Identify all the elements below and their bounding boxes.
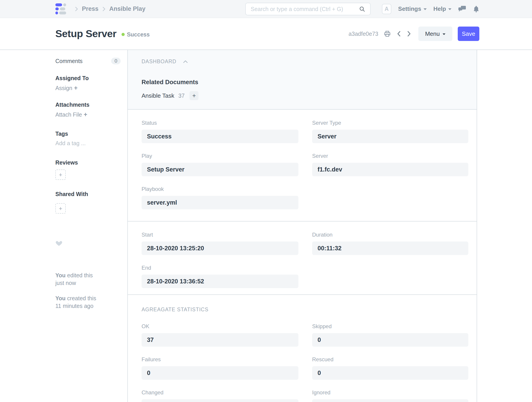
avatar[interactable]: A	[382, 4, 391, 14]
start-input[interactable]: 28-10-2020 13:25:20	[142, 242, 298, 255]
plus-icon: +	[192, 92, 196, 99]
add-review-button[interactable]: +	[55, 170, 66, 180]
field-label: End	[142, 264, 298, 271]
field-play: Play Setup Server	[142, 153, 298, 176]
play-input[interactable]: Setup Server	[142, 163, 298, 176]
chevron-down-icon	[443, 33, 446, 35]
aggregate-statistics-heading: AGREAGATE STATISTICS	[142, 306, 469, 313]
field-changed: Changed 37	[142, 389, 298, 402]
print-icon[interactable]	[384, 30, 391, 37]
chevron-right-icon	[74, 6, 79, 12]
chevron-down-icon	[448, 8, 451, 10]
status-label: Success	[127, 31, 150, 38]
comments-link[interactable]: Comments	[55, 58, 82, 64]
breadcrumb-item-press[interactable]: Press	[82, 5, 99, 12]
field-label: Status	[142, 120, 298, 126]
app-logo-icon[interactable]	[55, 3, 67, 14]
add-tag-input[interactable]: Add a tag ...	[55, 140, 121, 147]
server-input[interactable]: f1.fc.dev	[312, 163, 468, 176]
form-sidebar: Comments 0 Assigned To Assign+ Attachmen…	[0, 50, 127, 402]
comments-count-badge: 0	[111, 58, 121, 64]
chevron-right-icon	[102, 6, 106, 12]
shared-with-heading: Shared With	[55, 191, 121, 198]
status-dot-icon	[121, 33, 125, 36]
reviews-heading: Reviews	[55, 159, 121, 166]
details-section: Status Success Server Type Server Play S…	[128, 110, 477, 222]
assign-label: Assign	[55, 85, 72, 91]
server-type-input[interactable]: Server	[312, 130, 468, 143]
ok-input[interactable]: 37	[142, 333, 298, 347]
field-ignored: Ignored 0	[312, 389, 468, 402]
tags-heading: Tags	[55, 130, 121, 137]
ansible-task-count: 37	[178, 93, 185, 99]
dashboard-section-label: DASHBOARD	[142, 58, 177, 65]
save-button-label: Save	[462, 30, 475, 37]
timing-section: Start 28-10-2020 13:25:20 Duration 00:11…	[128, 222, 477, 295]
plus-icon: +	[84, 111, 87, 118]
menu-button[interactable]: Menu	[418, 26, 452, 41]
add-share-button[interactable]: +	[55, 203, 66, 214]
notifications-bell-icon[interactable]	[473, 5, 479, 13]
attach-file-button[interactable]: Attach File+	[55, 111, 121, 118]
end-input[interactable]: 28-10-2020 13:36:52	[142, 274, 298, 288]
status-indicator: Success	[121, 31, 150, 38]
activity-action: edited this	[67, 272, 93, 278]
help-label: Help	[433, 5, 446, 12]
field-label: Playbook	[142, 186, 298, 192]
page-title: Setup Server	[55, 28, 117, 40]
related-documents-heading: Related Documents	[142, 79, 469, 85]
breadcrumb-item-ansible-play[interactable]: Ansible Play	[109, 5, 146, 12]
field-rescued: Rescued 0	[312, 356, 468, 380]
avatar-letter: A	[385, 6, 389, 12]
like-heart-icon[interactable]	[55, 239, 121, 246]
prev-document-icon[interactable]	[396, 30, 401, 37]
assign-button[interactable]: Assign+	[55, 85, 121, 91]
field-label: Failures	[142, 356, 298, 363]
assigned-to-heading: Assigned To	[55, 75, 121, 82]
breadcrumb: Press Ansible Play	[74, 5, 145, 12]
related-document-row: Ansible Task 37 +	[142, 91, 469, 100]
chevron-down-icon	[424, 8, 427, 10]
status-input[interactable]: Success	[142, 130, 298, 143]
rescued-input[interactable]: 0	[312, 366, 468, 380]
skipped-input[interactable]: 0	[312, 333, 468, 347]
help-menu[interactable]: Help	[433, 5, 451, 12]
settings-label: Settings	[398, 5, 421, 12]
menu-button-label: Menu	[425, 30, 440, 37]
right-gutter	[477, 50, 532, 402]
logo-shape	[55, 7, 59, 10]
global-search-input[interactable]: Search or type a command (Ctrl + G)	[245, 3, 371, 15]
activity-time: just now	[55, 280, 76, 286]
logo-shape	[59, 12, 66, 14]
plus-icon: +	[59, 171, 62, 178]
logo-shape	[63, 3, 66, 6]
save-button[interactable]: Save	[458, 26, 479, 41]
field-label: Ignored	[312, 389, 468, 396]
field-server-type: Server Type Server	[312, 120, 468, 143]
activity-action: created this	[67, 295, 96, 301]
field-label: Start	[142, 231, 298, 238]
failures-input[interactable]: 0	[142, 366, 298, 380]
field-skipped: Skipped 0	[312, 323, 468, 347]
next-document-icon[interactable]	[407, 30, 412, 37]
settings-menu[interactable]: Settings	[398, 5, 427, 12]
add-ansible-task-button[interactable]: +	[190, 91, 198, 100]
field-label: OK	[142, 323, 298, 330]
collapse-chevron-up-icon[interactable]	[183, 60, 188, 63]
changed-input[interactable]: 37	[142, 399, 298, 402]
logo-shape	[55, 12, 58, 14]
playbook-input[interactable]: server.yml	[142, 196, 298, 209]
activity-user: You	[55, 295, 65, 301]
duration-input[interactable]: 00:11:32	[312, 242, 468, 255]
search-icon[interactable]	[359, 6, 365, 12]
field-playbook: Playbook server.yml	[142, 186, 298, 209]
field-label: Changed	[142, 389, 298, 396]
ignored-input[interactable]: 0	[312, 399, 468, 402]
field-status: Status Success	[142, 120, 298, 143]
field-start: Start 28-10-2020 13:25:20	[142, 231, 298, 255]
page-head: Setup Server Success a3adfe0e73 Menu Sav…	[0, 18, 532, 50]
attach-file-label: Attach File	[55, 111, 82, 118]
field-label: Server Type	[312, 120, 468, 126]
chat-icon[interactable]	[458, 5, 466, 13]
ansible-task-link[interactable]: Ansible Task	[142, 92, 174, 99]
